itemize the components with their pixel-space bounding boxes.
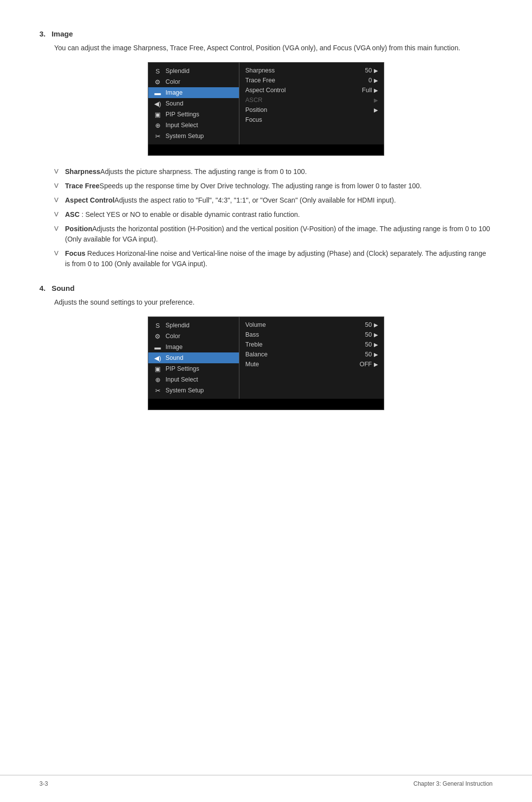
bullet-sharpness: V SharpnessAdjusts the picture sharpness… [54, 167, 493, 177]
splendid-icon: S [153, 68, 162, 75]
osd-row-bass: Bass 50 ▶ [245, 330, 378, 340]
osd-item-color[interactable]: ⚙ Color [148, 76, 239, 87]
bullet-text-tracefree: Trace FreeSpeeds up the response time by… [65, 181, 422, 191]
bullet-tracefree: V Trace FreeSpeeds up the response time … [54, 181, 493, 191]
osd-bass-value: 50 [357, 331, 372, 338]
osd-item-sound[interactable]: ◀) Sound [148, 98, 239, 109]
osd-balance-value: 50 [357, 351, 372, 358]
system-icon: ✂ [153, 133, 162, 140]
osd-row-sharpness: Sharpness 50 ▶ [245, 66, 378, 75]
osd-treble-value: 50 [357, 341, 372, 348]
osd-s2-item-splendid[interactable]: S Splendid [148, 320, 239, 331]
osd-ascr-arrow: ▶ [374, 97, 378, 104]
osd-sound-main: S Splendid ⚙ Color ▬ Image ◀) Sound ▣ [148, 317, 384, 399]
osd-mute-label: Mute [245, 361, 357, 368]
osd-volume-value: 50 [357, 321, 372, 328]
osd-item-input[interactable]: ⊕ Input Select [148, 120, 239, 131]
osd-label-image: Image [166, 89, 183, 96]
s2-image-icon: ▬ [153, 344, 162, 351]
osd-item-image[interactable]: ▬ Image [148, 87, 239, 98]
osd-sharpness-arrow: ▶ [374, 68, 378, 74]
bullet-text-position: PositionAdjusts the horizontal postition… [65, 224, 493, 244]
bullet-v-sharpness: V [54, 167, 63, 177]
osd-aspect-arrow: ▶ [374, 87, 378, 94]
page-footer: 3-3 Chapter 3: General Instruction [0, 775, 532, 787]
osd-item-pip[interactable]: ▣ PIP Settings [148, 109, 239, 120]
osd-s2-label-color: Color [166, 333, 180, 340]
osd-s2-item-input[interactable]: ⊕ Input Select [148, 374, 239, 385]
osd-s2-item-image[interactable]: ▬ Image [148, 342, 239, 352]
osd-tracefree-label: Trace Free [245, 77, 357, 84]
osd-item-system[interactable]: ✂ System Setup [148, 131, 239, 141]
bullet-aspect: V Aspect ControlAdjusts the aspect ratio… [54, 195, 493, 206]
osd-balance-label: Balance [245, 351, 357, 358]
osd-sharpness-value: 50 [357, 67, 372, 74]
section-3-number: 3. [39, 30, 46, 38]
osd-aspect-label: Aspect Control [245, 87, 357, 94]
osd-s2-item-sound[interactable]: ◀) Sound [148, 352, 239, 363]
section-3-title: Image [52, 30, 73, 38]
bullet-v-position: V [54, 224, 63, 244]
osd-label-input: Input Select [166, 122, 198, 129]
osd-tracefree-arrow: ▶ [374, 77, 378, 84]
section-4-intro: Adjusts the sound settings to your prefe… [54, 297, 493, 308]
bullet-v-focus: V [54, 248, 63, 269]
osd-mute-value: OFF [357, 361, 372, 368]
footer-left: 3-3 [39, 780, 48, 787]
bullet-v-asc: V [54, 209, 63, 220]
bullet-text-aspect: Aspect ControlAdjusts the aspect ratio t… [65, 195, 396, 206]
pip-icon: ▣ [153, 111, 162, 118]
section-4: 4. Sound Adjusts the sound settings to y… [39, 284, 493, 410]
bullet-text-sharpness: SharpnessAdjusts the picture sharpness. … [65, 167, 307, 177]
s2-color-icon: ⚙ [153, 333, 162, 340]
osd-sharpness-label: Sharpness [245, 67, 357, 74]
osd-label-splendid: Splendid [166, 68, 190, 74]
osd-item-splendid[interactable]: S Splendid [148, 66, 239, 76]
osd-image-right: Sharpness 50 ▶ Trace Free 0 ▶ Aspect Con… [239, 63, 384, 144]
osd-row-volume: Volume 50 ▶ [245, 320, 378, 330]
osd-sound-bottom-bar [148, 399, 384, 410]
osd-row-balance: Balance 50 ▶ [245, 349, 378, 359]
osd-sound-left: S Splendid ⚙ Color ▬ Image ◀) Sound ▣ [148, 317, 239, 399]
osd-row-position: Position ▶ [245, 105, 378, 115]
osd-row-tracefree: Trace Free 0 ▶ [245, 75, 378, 85]
sound-icon: ◀) [153, 100, 162, 107]
osd-s2-item-color[interactable]: ⚙ Color [148, 331, 239, 342]
osd-s2-label-input: Input Select [166, 376, 198, 383]
osd-position-arrow: ▶ [374, 107, 378, 113]
osd-label-system: System Setup [166, 133, 204, 139]
image-icon: ▬ [153, 89, 162, 97]
osd-sound-right: Volume 50 ▶ Bass 50 ▶ Treble 50 ▶ Balanc… [239, 317, 384, 399]
s2-input-icon: ⊕ [153, 376, 162, 384]
osd-row-mute: Mute OFF ▶ [245, 359, 378, 369]
section-4-title: Sound [52, 284, 75, 292]
osd-volume-label: Volume [245, 321, 357, 328]
s2-pip-icon: ▣ [153, 365, 162, 373]
osd-s2-item-system[interactable]: ✂ System Setup [148, 385, 239, 396]
osd-row-focus: Focus [245, 115, 378, 125]
osd-label-sound: Sound [166, 100, 183, 107]
osd-s2-label-pip: PIP Settings [166, 365, 200, 372]
footer-right: Chapter 3: General Instruction [413, 780, 493, 787]
osd-volume-arrow: ▶ [374, 322, 378, 328]
bullet-v-tracefree: V [54, 181, 63, 191]
bullet-text-asc: ASC : Select YES or NO to enable or disa… [65, 209, 300, 220]
osd-s2-item-pip[interactable]: ▣ PIP Settings [148, 363, 239, 374]
osd-image-main: S Splendid ⚙ Color ▬ Image ◀) Sound ▣ [148, 63, 384, 144]
osd-image-bottom-bar [148, 144, 384, 155]
section-3-heading: 3. Image [39, 30, 493, 38]
osd-tracefree-value: 0 [357, 77, 372, 84]
osd-s2-label-sound: Sound [166, 354, 183, 361]
bullet-focus: V Focus Reduces Horizonal-line noise and… [54, 248, 493, 269]
osd-row-ascr: ASCR ▶ [245, 95, 378, 105]
s2-system-icon: ✂ [153, 387, 162, 394]
osd-sound-menu: S Splendid ⚙ Color ▬ Image ◀) Sound ▣ [148, 316, 384, 410]
osd-aspect-value: Full [357, 87, 372, 94]
input-icon: ⊕ [153, 122, 162, 129]
osd-bass-label: Bass [245, 331, 357, 338]
section-3-bullets: V SharpnessAdjusts the picture sharpness… [54, 167, 493, 269]
section-3-intro: You can adjust the image Sharpness, Trac… [54, 43, 493, 53]
osd-bass-arrow: ▶ [374, 332, 378, 338]
osd-row-treble: Treble 50 ▶ [245, 340, 378, 349]
osd-label-color: Color [166, 78, 180, 85]
